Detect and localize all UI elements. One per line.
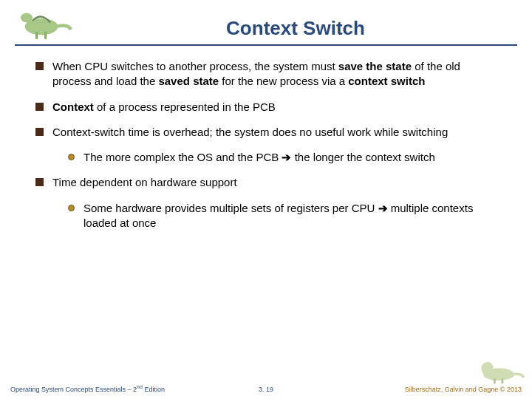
- bullet-text: Context of a process represented in the …: [52, 100, 276, 115]
- bullet-text: When CPU switches to another process, th…: [52, 59, 497, 89]
- bullet-text: Time dependent on hardware support: [52, 175, 237, 190]
- bullet-item: Time dependent on hardware support: [35, 175, 497, 190]
- disc-bullet-icon: [68, 205, 75, 211]
- square-bullet-icon: [35, 178, 44, 186]
- footer-right: Silberschatz, Galvin and Gagne © 2013: [405, 386, 522, 393]
- text-span: Some hardware provides multiple sets of …: [83, 202, 378, 214]
- slide-body: When CPU switches to another process, th…: [0, 46, 532, 231]
- bullet-item: Context of a process represented in the …: [35, 100, 497, 115]
- disc-bullet-icon: [68, 154, 75, 160]
- text-bold: context switch: [348, 75, 425, 87]
- arrow-icon: ➔: [378, 202, 388, 214]
- slide-header: Context Switch: [0, 0, 532, 43]
- svg-point-1: [21, 13, 33, 23]
- page-number: 3. 19: [259, 386, 273, 393]
- text-span: Operating System Concepts Essentials – 2: [10, 386, 137, 393]
- square-bullet-icon: [35, 62, 44, 70]
- bullet-text: Some hardware provides multiple sets of …: [83, 201, 497, 231]
- svg-rect-3: [44, 32, 47, 39]
- bullet-item: When CPU switches to another process, th…: [35, 59, 497, 89]
- arrow-icon: ➔: [282, 151, 291, 163]
- bullet-item: Context-switch time is overhead; the sys…: [35, 125, 497, 140]
- slide-title: Context Switch: [74, 17, 517, 43]
- text-span: The more complex the OS and the PCB: [83, 151, 282, 163]
- footer-left: Operating System Concepts Essentials – 2…: [10, 384, 165, 393]
- text-span: for the new process via a: [219, 75, 348, 87]
- slide-footer: Operating System Concepts Essentials – 2…: [0, 365, 532, 399]
- text-span: Edition: [143, 386, 165, 393]
- text-bold: save the state: [338, 60, 412, 72]
- svg-rect-2: [35, 32, 38, 39]
- square-bullet-icon: [35, 103, 44, 111]
- text-span: of a process represented in the PCB: [94, 100, 276, 113]
- bullet-text: Context-switch time is overhead; the sys…: [52, 125, 448, 140]
- sub-bullet-item: Some hardware provides multiple sets of …: [68, 201, 497, 231]
- sub-bullet-item: The more complex the OS and the PCB ➔ th…: [68, 150, 497, 165]
- text-bold: Context: [52, 100, 94, 113]
- bullet-text: The more complex the OS and the PCB ➔ th…: [83, 150, 435, 165]
- text-span: the longer the context switch: [291, 151, 434, 163]
- square-bullet-icon: [35, 128, 44, 136]
- text-superscript: nd: [137, 384, 143, 389]
- text-span: When CPU switches to another process, th…: [52, 60, 338, 72]
- text-bold: saved state: [158, 75, 219, 87]
- dinosaur-left-icon: [15, 6, 74, 43]
